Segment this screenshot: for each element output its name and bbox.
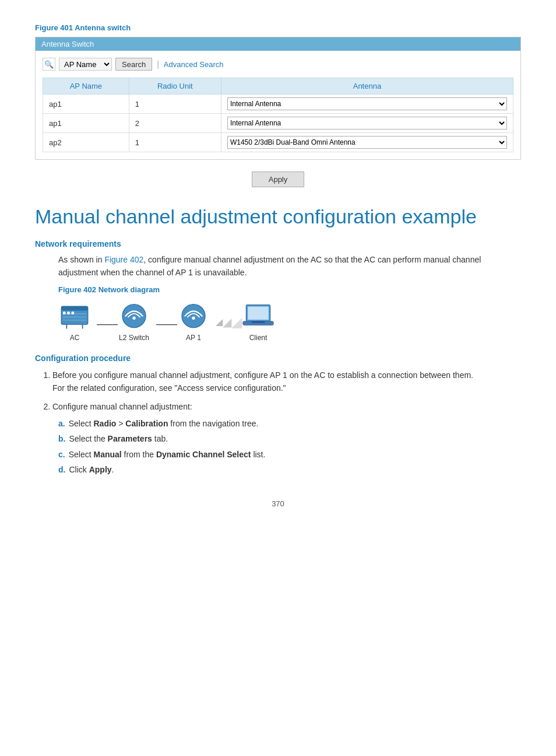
substep-b: Select the Parameters tab.: [58, 432, 521, 445]
step1-text: Before you configure manual channel adju…: [52, 370, 473, 380]
ap-name-dropdown[interactable]: AP Name Radio Unit: [59, 58, 112, 71]
procedure-list: Before you configure manual channel adju…: [52, 369, 521, 477]
cell-ap-name: ap1: [43, 114, 129, 133]
cell-ap-name: ap2: [43, 133, 129, 152]
substep-c: Select Manual from the Dynamic Channel S…: [58, 448, 521, 461]
arrow1: ——: [97, 318, 118, 330]
ac-label: AC: [70, 334, 80, 342]
figure402-link[interactable]: Figure 402: [104, 255, 143, 264]
cell-ap-name: ap1: [43, 94, 129, 114]
cell-radio-unit: 1: [129, 133, 221, 152]
network-requirements-heading: Network requirements: [35, 239, 521, 249]
network-diagram: AC —— L2 Switch —— AP 1 ◢ ◢ ◢: [58, 300, 521, 342]
substep-d: Click Apply.: [58, 463, 521, 476]
config-procedure-heading: Configuration procedure: [35, 354, 521, 363]
cell-antenna: Internal AntennaW1450 2/3dBi Dual-Band O…: [221, 94, 513, 114]
step1-subtext: For the related configuration, see "Acce…: [52, 383, 286, 393]
diagram-switch: L2 Switch: [118, 302, 150, 342]
separator: |: [157, 60, 159, 69]
antenna-switch-panel: Antenna Switch 🔍 AP Name Radio Unit Sear…: [35, 37, 521, 160]
diagram-ac: AC: [58, 302, 91, 342]
substep-a: Select Radio > Calibration from the navi…: [58, 417, 521, 430]
cell-antenna: Internal AntennaW1450 2/3dBi Dual-Band O…: [221, 133, 513, 152]
cell-radio-unit: 2: [129, 114, 221, 133]
apply-button[interactable]: Apply: [252, 172, 305, 187]
step-2: Configure manual channel adjustment: Sel…: [52, 400, 521, 476]
table-row: ap11Internal AntennaW1450 2/3dBi Dual-Ba…: [43, 94, 513, 114]
search-button[interactable]: Search: [115, 58, 152, 71]
svg-rect-1: [61, 306, 87, 310]
panel-body: 🔍 AP Name Radio Unit Search | Advanced S…: [36, 51, 520, 159]
search-bar: 🔍 AP Name Radio Unit Search | Advanced S…: [43, 58, 513, 71]
advanced-search-link[interactable]: Advanced Search: [164, 60, 224, 69]
arrow2: ——: [156, 318, 177, 330]
svg-point-13: [192, 316, 195, 319]
client-icon: [242, 300, 275, 331]
switch-label: L2 Switch: [119, 334, 149, 342]
wifi-waves: ◢ ◢ ◢: [216, 314, 242, 330]
cell-antenna: Internal AntennaW1450 2/3dBi Dual-Band O…: [221, 114, 513, 133]
switch-icon: [118, 302, 150, 331]
antenna-select[interactable]: Internal AntennaW1450 2/3dBi Dual-Band O…: [227, 117, 507, 130]
diagram-ap: AP 1: [177, 302, 210, 342]
figure401-caption: Figure 401 Antenna switch: [35, 23, 521, 32]
svg-rect-5: [63, 312, 66, 314]
svg-rect-6: [67, 312, 70, 314]
antenna-select[interactable]: Internal AntennaW1450 2/3dBi Dual-Band O…: [227, 136, 507, 149]
ac-icon: [58, 302, 91, 331]
antenna-table: AP Name Radio Unit Antenna ap11Internal …: [43, 78, 513, 152]
table-row: ap12Internal AntennaW1450 2/3dBi Dual-Ba…: [43, 114, 513, 133]
apply-button-wrap: Apply: [35, 172, 521, 187]
page-number: 370: [35, 499, 521, 508]
ap1-label: AP 1: [186, 334, 201, 342]
svg-rect-15: [248, 306, 268, 319]
svg-rect-17: [252, 321, 265, 323]
ap-icon: [177, 302, 210, 331]
table-row: ap21Internal AntennaW1450 2/3dBi Dual-Ba…: [43, 133, 513, 152]
panel-header: Antenna Switch: [36, 37, 520, 51]
col-header-radio-unit: Radio Unit: [129, 78, 221, 94]
step2-text: Configure manual channel adjustment:: [52, 402, 192, 411]
step-1: Before you configure manual channel adju…: [52, 369, 521, 395]
col-header-ap-name: AP Name: [43, 78, 129, 94]
figure402-caption: Figure 402 Network diagram: [58, 285, 521, 294]
diagram-client: Client: [242, 300, 275, 342]
step2-substeps: Select Radio > Calibration from the navi…: [58, 417, 521, 477]
col-header-antenna: Antenna: [221, 78, 513, 94]
cell-radio-unit: 1: [129, 94, 221, 114]
client-label: Client: [249, 334, 268, 342]
svg-rect-7: [72, 312, 75, 314]
network-requirements-text: As shown in Figure 402, configure manual…: [58, 253, 521, 279]
search-icon: 🔍: [43, 58, 55, 71]
antenna-select[interactable]: Internal AntennaW1450 2/3dBi Dual-Band O…: [227, 97, 507, 110]
svg-point-11: [132, 316, 135, 319]
main-heading: Manual channel adjustment configuration …: [35, 205, 521, 229]
